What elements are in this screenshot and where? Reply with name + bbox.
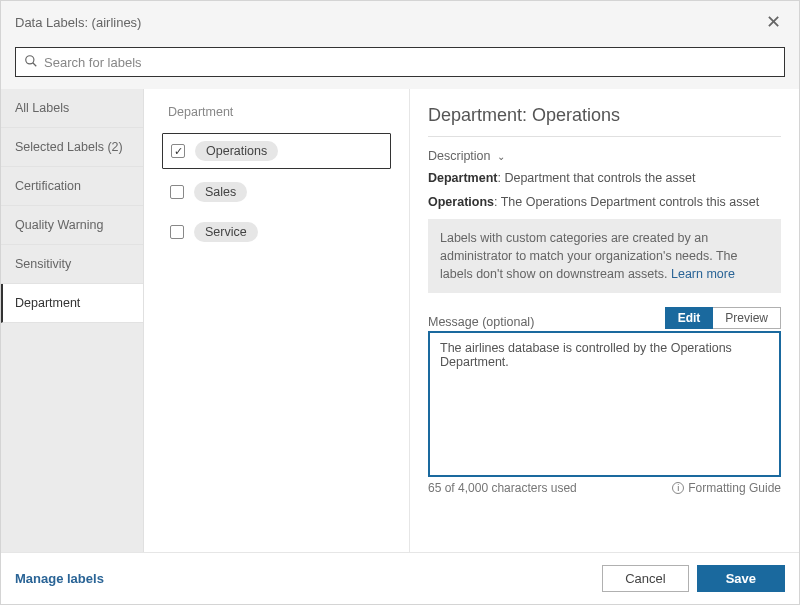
checkbox-operations[interactable]	[171, 144, 185, 158]
detail-title: Department: Operations	[428, 105, 781, 126]
data-labels-dialog: Data Labels: (airlines) ✕ All Labels Sel…	[0, 0, 800, 605]
dialog-footer: Manage labels Cancel Save	[1, 552, 799, 604]
chevron-down-icon: ⌄	[497, 151, 505, 162]
search-container	[1, 41, 799, 89]
edit-tab[interactable]: Edit	[665, 307, 714, 329]
sidebar-item-sensitivity[interactable]: Sensitivity	[1, 245, 143, 284]
dialog-title: Data Labels: (airlines)	[15, 15, 141, 30]
label-row-sales[interactable]: Sales	[162, 175, 391, 209]
info-box: Labels with custom categories are create…	[428, 219, 781, 293]
search-icon	[24, 54, 38, 71]
labels-list-panel: Department Operations Sales Service	[144, 89, 410, 552]
sidebar-item-selected-labels[interactable]: Selected Labels (2)	[1, 128, 143, 167]
label-row-operations[interactable]: Operations	[162, 133, 391, 169]
sidebar-item-all-labels[interactable]: All Labels	[1, 89, 143, 128]
cancel-button[interactable]: Cancel	[602, 565, 688, 592]
char-count: 65 of 4,000 characters used	[428, 481, 577, 495]
detail-panel: Department: Operations Description ⌄ Dep…	[410, 89, 799, 552]
labels-list-title: Department	[162, 105, 391, 119]
message-footer: 65 of 4,000 characters used i Formatting…	[428, 481, 781, 495]
sidebar-item-quality-warning[interactable]: Quality Warning	[1, 206, 143, 245]
description-department: Department: Department that controls the…	[428, 171, 781, 185]
learn-more-link[interactable]: Learn more	[671, 267, 735, 281]
description-label: Description	[428, 149, 491, 163]
save-button[interactable]: Save	[697, 565, 785, 592]
search-box[interactable]	[15, 47, 785, 77]
close-button[interactable]: ✕	[762, 11, 785, 33]
divider	[428, 136, 781, 137]
message-textarea[interactable]	[428, 331, 781, 477]
formatting-guide-link[interactable]: i Formatting Guide	[672, 481, 781, 495]
message-tabs: Edit Preview	[665, 307, 781, 329]
close-icon: ✕	[766, 12, 781, 32]
search-input[interactable]	[44, 55, 776, 70]
description-operations: Operations: The Operations Department co…	[428, 195, 781, 209]
info-icon: i	[672, 482, 684, 494]
label-pill: Service	[194, 222, 258, 242]
message-label: Message (optional)	[428, 315, 534, 329]
checkbox-service[interactable]	[170, 225, 184, 239]
dialog-header: Data Labels: (airlines) ✕	[1, 1, 799, 41]
footer-buttons: Cancel Save	[602, 565, 785, 592]
sidebar-item-department[interactable]: Department	[1, 284, 143, 323]
label-pill: Sales	[194, 182, 247, 202]
svg-line-1	[33, 62, 37, 66]
manage-labels-link[interactable]: Manage labels	[15, 571, 104, 586]
label-row-service[interactable]: Service	[162, 215, 391, 249]
message-header-row: Message (optional) Edit Preview	[428, 307, 781, 329]
svg-point-0	[26, 55, 34, 63]
dialog-body: All Labels Selected Labels (2) Certifica…	[1, 89, 799, 552]
label-pill: Operations	[195, 141, 278, 161]
sidebar-item-certification[interactable]: Certification	[1, 167, 143, 206]
description-toggle[interactable]: Description ⌄	[428, 149, 781, 163]
sidebar: All Labels Selected Labels (2) Certifica…	[1, 89, 144, 552]
checkbox-sales[interactable]	[170, 185, 184, 199]
preview-tab[interactable]: Preview	[713, 307, 781, 329]
